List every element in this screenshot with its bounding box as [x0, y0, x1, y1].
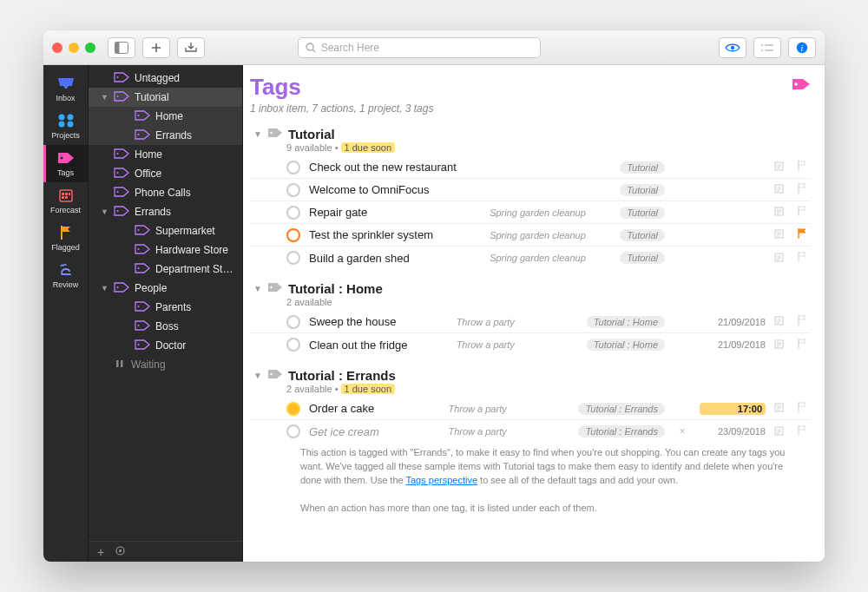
tags-perspective-link[interactable]: Tags perspective [405, 475, 477, 485]
task-checkbox[interactable] [286, 424, 300, 438]
task-title[interactable]: Repair gate [309, 206, 481, 219]
task-row[interactable]: Build a garden shed Spring garden cleanu… [250, 247, 811, 269]
close-icon[interactable] [52, 43, 62, 53]
rail-tags[interactable]: Tags [43, 145, 89, 182]
toggle-sidebar-button[interactable] [108, 37, 135, 58]
task-row[interactable]: Check out the new restaurant Tutorial [250, 156, 811, 179]
note-icon[interactable] [774, 161, 788, 174]
note-icon[interactable] [774, 206, 788, 219]
task-row[interactable]: Order a cake Throw a party Tutorial : Er… [250, 398, 811, 420]
flag-icon[interactable] [797, 205, 811, 220]
task-title[interactable]: Clean out the fridge [309, 339, 448, 352]
flag-icon[interactable] [797, 401, 811, 416]
new-item-button[interactable] [142, 37, 170, 58]
flag-icon[interactable] [797, 182, 811, 197]
task-tag-pill[interactable]: Tutorial [620, 252, 665, 264]
task-row[interactable]: Test the sprinkler system Spring garden … [250, 224, 811, 247]
sidebar-item[interactable]: Waiting [89, 355, 242, 374]
disclosure-icon[interactable]: ▼ [253, 284, 262, 293]
task-extra-icon[interactable]: × [674, 425, 691, 437]
add-tag-button[interactable]: + [97, 545, 104, 559]
flag-icon[interactable] [797, 338, 811, 352]
rail-forecast[interactable]: Forecast [43, 182, 89, 220]
task-checkbox[interactable] [286, 251, 300, 265]
task-title[interactable]: Test the sprinkler system [309, 228, 481, 241]
sidebar-item[interactable]: ▼People [89, 279, 242, 298]
task-tag-pill[interactable]: Tutorial : Errands [578, 425, 665, 437]
minimize-icon[interactable] [69, 43, 79, 53]
task-title[interactable]: Welcome to OmniFocus [309, 183, 481, 196]
note-icon[interactable] [774, 183, 788, 196]
task-checkbox[interactable] [286, 315, 300, 329]
task-project[interactable]: Spring garden cleanup [490, 253, 611, 263]
task-project[interactable]: Spring garden cleanup [490, 230, 611, 240]
rail-projects[interactable]: Projects [43, 108, 89, 145]
search-input[interactable] [321, 42, 533, 54]
disclosure-icon[interactable]: ▼ [253, 371, 262, 380]
sidebar-item[interactable]: ▼Tutorial [89, 88, 242, 107]
sidebar-item[interactable]: Department Store [89, 260, 242, 279]
note-icon[interactable] [774, 425, 788, 438]
sidebar-item[interactable]: Doctor [89, 336, 242, 355]
task-checkbox[interactable] [286, 228, 300, 242]
task-title[interactable]: Check out the new restaurant [309, 161, 481, 174]
task-title[interactable]: Sweep the house [309, 315, 448, 328]
note-icon[interactable] [774, 402, 788, 415]
disclosure-icon[interactable]: ▼ [101, 93, 108, 102]
sidebar-item[interactable]: Parents [89, 298, 242, 317]
sidebar-item[interactable]: Hardware Store [89, 240, 242, 260]
task-checkbox[interactable] [286, 338, 300, 352]
disclosure-icon[interactable]: ▼ [101, 284, 108, 293]
task-title[interactable]: Get ice cream [309, 425, 439, 438]
disclosure-icon[interactable]: ▼ [101, 207, 108, 216]
rail-review[interactable]: Review [43, 257, 89, 294]
sidebar-gear-icon[interactable] [115, 545, 126, 559]
task-row[interactable]: Sweep the house Throw a party Tutorial :… [250, 311, 811, 333]
task-row[interactable]: Get ice cream Throw a party Tutorial : E… [250, 420, 811, 443]
task-project[interactable]: Throw a party [457, 317, 578, 327]
task-project[interactable]: Throw a party [448, 404, 569, 414]
task-tag-pill[interactable]: Tutorial : Home [587, 316, 665, 328]
note-icon[interactable] [774, 228, 788, 241]
sidebar-item[interactable]: Boss [89, 317, 242, 336]
sidebar-item[interactable]: Supermarket [89, 221, 242, 240]
main-content[interactable]: Tags 1 inbox item, 7 actions, 1 project,… [243, 65, 825, 562]
task-checkbox[interactable] [286, 402, 300, 416]
task-tag-pill[interactable]: Tutorial [620, 207, 665, 219]
sidebar-item[interactable]: Phone Calls [89, 183, 242, 202]
task-tag-pill[interactable]: Tutorial : Home [587, 339, 665, 351]
toggle-detail-button[interactable] [753, 37, 781, 58]
sidebar-item[interactable]: Errands [89, 126, 242, 145]
group-header[interactable]: ▼ Tutorial : Home [250, 281, 811, 296]
rail-inbox[interactable]: Inbox [43, 70, 89, 108]
sidebar-item[interactable]: Home [89, 107, 242, 126]
task-tag-pill[interactable]: Tutorial [620, 184, 665, 196]
note-icon[interactable] [774, 252, 788, 265]
task-tag-pill[interactable]: Tutorial : Errands [578, 403, 665, 415]
task-row[interactable]: Clean out the fridge Throw a party Tutor… [250, 333, 811, 356]
sidebar-item[interactable]: Home [89, 145, 242, 164]
flag-icon[interactable] [797, 424, 811, 439]
task-checkbox[interactable] [286, 206, 300, 220]
task-title[interactable]: Build a garden shed [309, 252, 481, 265]
task-project[interactable]: Throw a party [457, 339, 578, 350]
quick-entry-button[interactable] [177, 37, 205, 58]
view-options-button[interactable] [719, 37, 746, 58]
tag-tree[interactable]: Untagged▼TutorialHomeErrandsHomeOfficePh… [89, 65, 242, 541]
task-title[interactable]: Order a cake [309, 402, 439, 415]
sidebar-item[interactable]: ▼Errands [89, 202, 242, 221]
group-header[interactable]: ▼ Tutorial : Errands [250, 368, 811, 383]
flag-icon[interactable] [797, 251, 811, 266]
note-icon[interactable] [774, 339, 788, 352]
flag-icon[interactable] [797, 160, 811, 174]
note-icon[interactable] [774, 315, 788, 328]
task-row[interactable]: Welcome to OmniFocus Tutorial [250, 179, 811, 201]
task-project[interactable]: Spring garden cleanup [490, 207, 611, 218]
task-project[interactable]: Throw a party [448, 426, 569, 437]
search-field[interactable] [298, 37, 541, 58]
task-tag-pill[interactable]: Tutorial [620, 229, 665, 241]
task-row[interactable]: Repair gate Spring garden cleanup Tutori… [250, 201, 811, 224]
sidebar-item[interactable]: Untagged [89, 69, 242, 88]
disclosure-icon[interactable]: ▼ [253, 129, 262, 139]
sidebar-item[interactable]: Office [89, 164, 242, 183]
